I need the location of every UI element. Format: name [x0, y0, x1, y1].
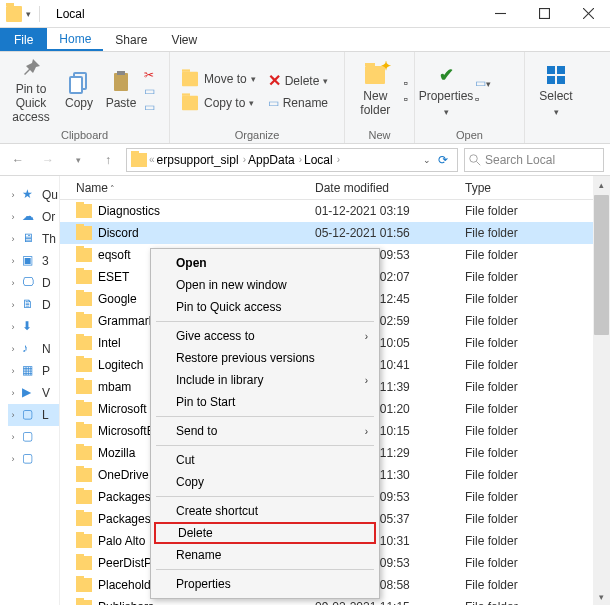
table-row[interactable]: Discord05-12-2021 01:56File folder — [60, 222, 610, 244]
tree-item[interactable]: ›🖥Th — [8, 228, 59, 250]
tree-item[interactable]: ›▶V — [8, 382, 59, 404]
chevron-right-icon: › — [365, 375, 368, 386]
crumb-3[interactable]: Local› — [304, 153, 340, 167]
table-row[interactable]: Diagnostics01-12-2021 03:19File folder — [60, 200, 610, 222]
tree-icon: ▢ — [22, 451, 38, 467]
tree-item[interactable]: ›▦P — [8, 360, 59, 382]
qat-toggle[interactable]: ▾ — [26, 9, 31, 19]
context-menu: Open Open in new window Pin to Quick acc… — [150, 248, 380, 599]
tab-share[interactable]: Share — [103, 28, 159, 51]
navbar: ← → ▾ ↑ « erpsupport_sipl› AppData› Loca… — [0, 144, 610, 176]
folder-icon — [76, 600, 92, 605]
ctx-copy[interactable]: Copy — [154, 471, 376, 493]
columns-header[interactable]: Name˄ Date modified Type — [60, 176, 610, 200]
tab-home[interactable]: Home — [47, 28, 103, 51]
sort-asc-icon: ˄ — [110, 184, 115, 194]
copy-path-icon[interactable]: ▭ — [144, 84, 155, 98]
tree-item[interactable]: ›▢ — [8, 448, 59, 470]
chevron-right-icon: › — [365, 426, 368, 437]
select-button[interactable]: Select ▾ — [531, 54, 581, 127]
minimize-button[interactable] — [478, 0, 522, 28]
ctx-open[interactable]: Open — [154, 252, 376, 274]
folder-icon — [76, 424, 92, 438]
svg-point-8 — [470, 154, 478, 162]
back-button[interactable]: ← — [6, 148, 30, 172]
paste-button[interactable]: Paste — [102, 54, 140, 127]
ctx-pin-quickaccess[interactable]: Pin to Quick access — [154, 296, 376, 318]
tree-item[interactable]: ›♪N — [8, 338, 59, 360]
svg-rect-6 — [114, 73, 128, 91]
tree-item[interactable]: ›☁Or — [8, 206, 59, 228]
tree-icon: ▦ — [22, 363, 38, 379]
tree-item[interactable]: ›🖵D — [8, 272, 59, 294]
cut-icon[interactable]: ✂ — [144, 68, 155, 82]
tree-item[interactable]: ›▢L — [8, 404, 59, 426]
newfolder-button[interactable]: ✦ New folder — [351, 54, 400, 127]
crumb-1[interactable]: erpsupport_sipl› — [157, 153, 246, 167]
tree-item[interactable]: ›★Qu — [8, 184, 59, 206]
svg-rect-5 — [70, 77, 82, 93]
scroll-up-button[interactable]: ▴ — [593, 176, 610, 193]
address-bar[interactable]: « erpsupport_sipl› AppData› Local› ⌄ ⟳ — [126, 148, 458, 172]
ctx-give-access[interactable]: Give access to› — [154, 325, 376, 347]
app-icon — [6, 6, 22, 22]
tree-icon: ▣ — [22, 253, 38, 269]
search-input[interactable]: Search Local — [464, 148, 604, 172]
tree-item[interactable]: ›🗎D — [8, 294, 59, 316]
tree-icon: ▢ — [22, 407, 38, 423]
ctx-cut[interactable]: Cut — [154, 449, 376, 471]
maximize-button[interactable] — [522, 0, 566, 28]
history-button[interactable]: ▾ — [66, 148, 90, 172]
close-button[interactable] — [566, 0, 610, 28]
ctx-properties[interactable]: Properties — [154, 573, 376, 595]
up-button[interactable]: ↑ — [96, 148, 120, 172]
svg-rect-1 — [539, 9, 549, 19]
ctx-open-new-window[interactable]: Open in new window — [154, 274, 376, 296]
forward-button[interactable]: → — [36, 148, 60, 172]
addr-drop[interactable]: ⌄ — [423, 155, 431, 165]
folder-icon — [76, 402, 92, 416]
svg-line-9 — [477, 161, 481, 165]
copy-button[interactable]: Copy — [60, 54, 98, 127]
ctx-restore[interactable]: Restore previous versions — [154, 347, 376, 369]
paste-shortcut-icon[interactable]: ▭ — [144, 100, 155, 114]
tree-item[interactable]: ›▢ — [8, 426, 59, 448]
ctx-delete[interactable]: Delete — [154, 522, 376, 544]
ctx-rename[interactable]: Rename — [154, 544, 376, 566]
folder-icon — [76, 490, 92, 504]
properties-button[interactable]: ✔ Properties ▾ — [421, 54, 471, 127]
tree-icon: ⬇ — [22, 319, 38, 335]
open-extras: ▭▾ ▫ — [475, 76, 491, 106]
tree-icon: ☁ — [22, 209, 38, 225]
ctx-pin-start[interactable]: Pin to Start — [154, 391, 376, 413]
moveto-button[interactable]: Move to ▾ — [176, 68, 260, 90]
ctx-include-library[interactable]: Include in library› — [154, 369, 376, 391]
open-group-label: Open — [415, 129, 524, 143]
tree-item[interactable]: ›⬇ — [8, 316, 59, 338]
tab-view[interactable]: View — [159, 28, 209, 51]
crumb-2[interactable]: AppData› — [248, 153, 302, 167]
folder-icon — [76, 468, 92, 482]
new-extras: ▫▫ — [404, 76, 408, 106]
vertical-scrollbar[interactable]: ▴ ▾ — [593, 176, 610, 605]
scroll-down-button[interactable]: ▾ — [593, 588, 610, 605]
tree-item[interactable]: ›▣3 — [8, 250, 59, 272]
rename-button[interactable]: ▭Rename — [264, 94, 333, 112]
pin-quickaccess-button[interactable]: Pin to Quick access — [6, 54, 56, 127]
organize-group-label: Organize — [170, 129, 344, 143]
scroll-thumb[interactable] — [594, 195, 609, 335]
refresh-button[interactable]: ⟳ — [433, 153, 453, 167]
folder-icon — [76, 314, 92, 328]
folder-icon — [76, 512, 92, 526]
tree-icon: ▢ — [22, 429, 38, 445]
ctx-send-to[interactable]: Send to› — [154, 420, 376, 442]
nav-tree[interactable]: ›★Qu›☁Or›🖥Th›▣3›🖵D›🗎D›⬇›♪N›▦P›▶V›▢L›▢›▢ — [0, 176, 60, 605]
delete-button[interactable]: ✕Delete ▾ — [264, 69, 333, 92]
tree-icon: ★ — [22, 187, 38, 203]
tab-file[interactable]: File — [0, 28, 47, 51]
ctx-create-shortcut[interactable]: Create shortcut — [154, 500, 376, 522]
tree-icon: 🗎 — [22, 297, 38, 313]
copyto-button[interactable]: Copy to ▾ — [176, 92, 260, 114]
folder-icon — [76, 556, 92, 570]
folder-icon — [76, 446, 92, 460]
